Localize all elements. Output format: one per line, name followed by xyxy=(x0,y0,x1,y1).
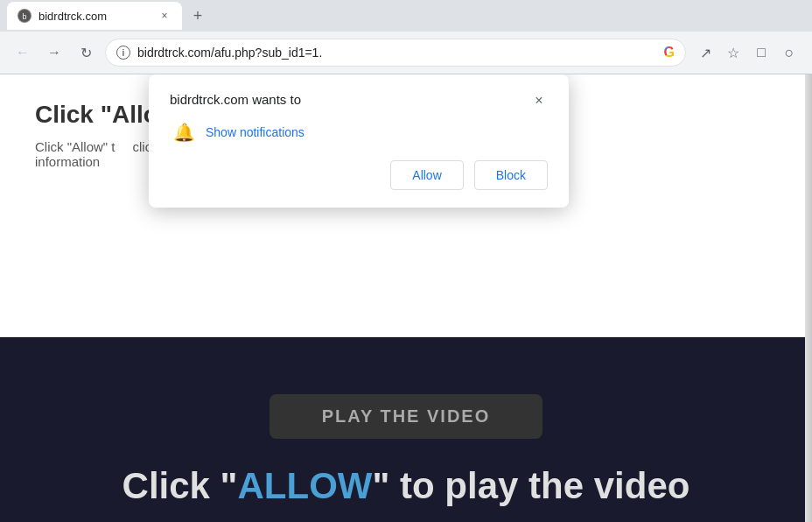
popup-header: bidrdtrck.com wants to × xyxy=(170,92,548,109)
back-button[interactable]: ← xyxy=(10,40,35,65)
google-logo: G xyxy=(664,45,675,60)
info-icon: i xyxy=(116,46,130,60)
dark-heading-prefix: Click " xyxy=(122,465,238,506)
play-text: PLAY THE VIDEO xyxy=(322,406,491,427)
popup-notification-row: 🔔 Show notifications xyxy=(170,122,548,143)
dark-heading-suffix: " to play the video xyxy=(372,465,690,506)
browser-chrome: b bidrdtrck.com × + ← → ↻ i bidrdtrck.co… xyxy=(0,0,812,74)
forward-icon: → xyxy=(47,45,61,60)
popup-close-button[interactable]: × xyxy=(530,92,548,109)
address-bar: ← → ↻ i bidrdtrck.com/afu.php?sub_id1=1.… xyxy=(0,32,812,74)
url-bar[interactable]: i bidrdtrck.com/afu.php?sub_id1=1. G xyxy=(105,39,686,67)
page-content: Click "Allow Click "Allow" t information… xyxy=(0,74,812,522)
allow-button[interactable]: Allow xyxy=(390,160,463,190)
back-icon: ← xyxy=(16,45,30,60)
block-button[interactable]: Block xyxy=(474,160,548,190)
page-subtext: Click "Allow" t xyxy=(35,139,116,154)
new-tab-button[interactable]: + xyxy=(186,4,210,28)
dark-heading: Click "ALLOW" to play the video xyxy=(122,465,690,507)
svg-text:b: b xyxy=(22,12,26,21)
bell-icon: 🔔 xyxy=(173,122,195,143)
extension-button[interactable]: □ xyxy=(749,40,774,65)
page-dark-section: PLAY THE VIDEO Click "ALLOW" to play the… xyxy=(0,337,812,522)
dark-heading-allow: ALLOW xyxy=(238,465,373,506)
url-text: bidrdtrck.com/afu.php?sub_id1=1. xyxy=(137,46,657,60)
notification-popup: bidrdtrck.com wants to × 🔔 Show notifica… xyxy=(149,74,569,208)
toolbar-icons: ↗ ☆ □ ○ xyxy=(693,40,802,65)
tab-title: bidrdtrck.com xyxy=(38,10,150,23)
share-icon: ↗ xyxy=(700,45,711,61)
bookmark-button[interactable]: ☆ xyxy=(721,40,746,65)
star-icon: ☆ xyxy=(727,45,739,61)
profile-icon: ○ xyxy=(785,44,794,62)
play-button[interactable]: PLAY THE VIDEO xyxy=(270,394,543,439)
browser-right-border xyxy=(805,74,812,522)
active-tab[interactable]: b bidrdtrck.com × xyxy=(7,2,182,30)
reload-icon: ↻ xyxy=(80,45,92,61)
tab-close-button[interactable]: × xyxy=(158,9,172,23)
page-subtext2: information xyxy=(35,154,116,169)
popup-buttons: Allow Block xyxy=(170,160,548,190)
profile-button[interactable]: ○ xyxy=(777,40,802,65)
tab-bar: b bidrdtrck.com × + xyxy=(0,0,812,32)
share-button[interactable]: ↗ xyxy=(693,40,718,65)
popup-title: bidrdtrck.com wants to xyxy=(170,92,301,107)
tab-favicon: b xyxy=(18,9,32,23)
reload-button[interactable]: ↻ xyxy=(74,40,98,65)
forward-button[interactable]: → xyxy=(42,40,66,65)
notification-label: Show notifications xyxy=(206,125,304,139)
extension-icon: □ xyxy=(757,45,766,60)
